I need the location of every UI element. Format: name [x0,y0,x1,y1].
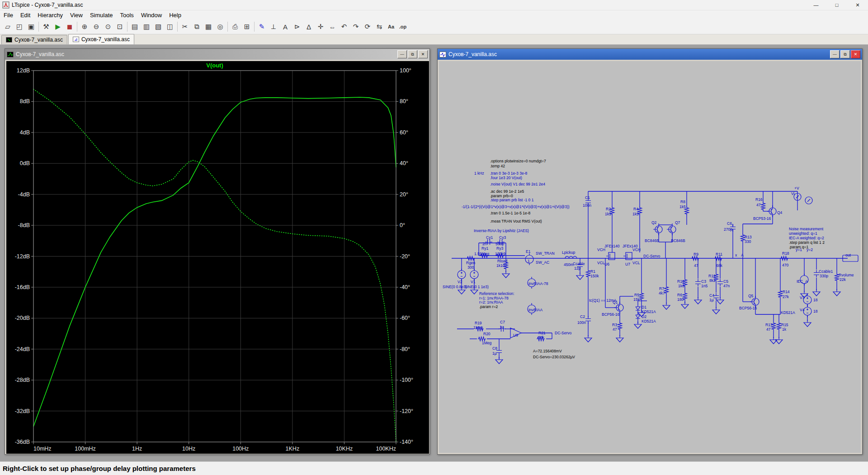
schematic-label[interactable]: Q2 [651,220,657,225]
schematic-label[interactable]: BCP53-16 [753,216,771,221]
diode-icon[interactable]: ⊳ [291,21,303,33]
paste-icon[interactable]: ▦ [203,21,214,33]
schematic-label[interactable]: .noise V(out) V1 dec 99 2e1 2e4 [490,182,545,186]
ground-icon[interactable]: ⟂ [268,21,279,33]
schematic-label[interactable]: V3 [800,295,805,300]
schematic-label[interactable]: .step param prb list -1 0 1 [490,198,534,202]
schematic-label[interactable]: 1n5 [701,284,708,288]
schematic-label[interactable]: IEC-A weighted: q=2 [789,236,824,240]
schematic-label[interactable]: C7 [500,320,505,324]
mirror-icon[interactable]: ⇆ [373,21,385,33]
component-symbol[interactable] [833,289,840,296]
schematic-label[interactable]: C2 [580,314,585,319]
schematic-label[interactable]: 1 [528,259,530,263]
schematic-label[interactable]: 330p [820,274,828,278]
cascade-windows-icon[interactable]: ▧ [152,21,164,33]
schematic-label[interactable]: U9 [513,333,518,337]
waveform-window-titlebar[interactable]: Сухов-7_vanilla.asc — ⧉ ✕ [5,49,429,60]
schematic-label[interactable]: 1k5 [679,204,686,209]
menu-file[interactable]: File [0,11,17,19]
menu-window[interactable]: Window [137,11,165,19]
schematic-label[interactable]: 1k6 [678,284,684,288]
schematic-label[interactable]: 68k [716,263,722,268]
undo-icon[interactable]: ↶ [338,21,350,33]
schematic-label[interactable]: SINE(0 0.8e3) [443,285,467,289]
tab-schematic[interactable]: ⊿Сухов-7_vanilla.asc [68,34,134,44]
schematic-label[interactable]: 300 [467,265,474,270]
schematic-label[interactable]: 180 [677,297,684,302]
schematic-label[interactable]: 1k102 [496,263,507,268]
schematic-label[interactable]: KD521A [642,309,656,314]
schematic-label[interactable]: Ccable [573,261,585,266]
schematic-label[interactable]: E1 [526,249,531,254]
schematic-label[interactable]: 150k [590,274,599,278]
run-icon[interactable]: ▶ [52,21,64,33]
schematic-label[interactable]: 1k5 [605,212,611,216]
component-symbol[interactable] [586,270,590,278]
component-icon[interactable]: ∆ [303,21,315,33]
component-symbol[interactable] [778,290,783,298]
schematic-label[interactable]: 1µ [500,325,504,329]
find-icon[interactable]: ◎ [214,21,226,33]
schematic-label[interactable]: Rgen [466,261,476,265]
component-symbol[interactable] [495,357,503,364]
maximize-button[interactable]: □ [826,0,847,10]
schematic-label[interactable]: R19 [475,321,482,325]
halt-icon[interactable]: ◼ [64,21,75,33]
schematic-label[interactable]: Lpickup [562,250,576,255]
schematic-label[interactable]: .four 1e3 20 V(out) [490,176,522,180]
schematic-label[interactable]: BCP56-16 [602,312,619,317]
schematic-label[interactable]: 18 [813,309,818,314]
schematic-label[interactable]: V2 [458,280,462,284]
schematic-label[interactable]: D2 [642,314,646,319]
schematic-label[interactable]: DC-Servo [555,331,572,335]
schematic-label[interactable]: R13 [745,235,752,239]
schematic-label[interactable]: 1k [782,327,787,332]
schematic-label[interactable]: A=72.156408mV [533,349,562,353]
bode-plot[interactable]: 12dB8dB4dB0dB-4dB-8dB-12dB-16dB-20dB-24d… [6,61,429,454]
schematic-label[interactable]: 47 [613,327,617,332]
text-icon[interactable]: Aa [385,21,397,33]
component-symbol[interactable] [585,335,592,342]
schematic-label[interactable]: 8k2 [709,278,716,283]
close-button[interactable]: ✕ [847,0,868,10]
schematic-label[interactable]: BC846B [671,238,685,243]
waveform-minimize-button[interactable]: — [397,50,407,58]
autorange-icon[interactable]: ⊡ [114,21,126,33]
schematic-label[interactable]: Cy1 [486,235,493,240]
schematic-label[interactable]: 12p [574,266,580,271]
schematic-label[interactable]: Vi [791,191,795,196]
component-symbol[interactable] [767,205,773,217]
component-symbol[interactable] [585,316,591,323]
schematic-label[interactable]: Inverse-RIAA by Lipshitz (JAES) [474,228,529,233]
save-icon[interactable]: ▣ [25,21,37,33]
schematic-label[interactable]: 560p [495,242,504,246]
component-symbol[interactable] [634,322,642,328]
schematic-label[interactable]: Ry3 [496,246,503,251]
schematic-label[interactable]: 270p [724,227,732,232]
component-symbol[interactable] [653,223,659,235]
component-symbol[interactable] [667,223,672,235]
schematic-label[interactable]: R12 [708,274,716,278]
schematic-label[interactable]: Ccable1 [819,269,833,274]
schematic-label[interactable]: R10 [677,279,684,284]
drag-icon[interactable]: ⇔ [326,21,338,33]
schematic-label[interactable]: U6 [604,262,609,266]
zoom-full-extents-icon[interactable]: ⊙ [102,21,114,33]
cut-icon[interactable]: ✂ [179,21,191,33]
component-symbol[interactable] [777,322,781,330]
schematic-label[interactable]: KD521A [642,319,656,323]
schematic-label[interactable]: .options plotwinsize=0 numdgt=7 [490,159,546,163]
schematic-window-titlebar[interactable]: Сухов-7_vanilla.asc — ⧉ ✕ [438,49,862,60]
tile-vertical-icon[interactable]: ▥ [141,21,152,33]
schematic-label[interactable]: BCP56-16 [739,306,757,310]
schematic-label[interactable]: U7 [625,262,630,266]
schematic-label[interactable]: 450m [564,262,573,267]
schematic-label[interactable]: IEC_A [797,279,808,284]
schematic-label[interactable]: .param q=1 [789,245,809,249]
schematic-label[interactable]: C6 [727,221,732,226]
schematic-label[interactable]: Noise measurement [789,227,824,231]
schematic-label[interactable]: 47 [756,203,761,207]
schematic-label[interactable]: R17 [765,323,773,327]
schematic-label[interactable]: VCH [632,247,641,252]
